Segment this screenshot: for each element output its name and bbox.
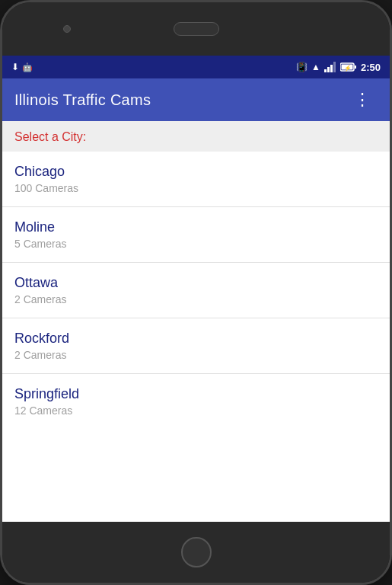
download-icon: ⬇ — [11, 62, 19, 72]
city-list-item[interactable]: Moline5 Cameras — [2, 207, 390, 263]
city-camera-count: 2 Cameras — [14, 349, 378, 361]
status-bar: ⬇ 🤖 📳 ▲ ⚡ 2:50 — [2, 56, 390, 78]
svg-rect-1 — [327, 67, 330, 72]
app-bar: Illinois Traffic Cams ⋮ — [2, 78, 390, 121]
app-title: Illinois Traffic Cams — [14, 91, 348, 109]
overflow-menu-button[interactable]: ⋮ — [348, 85, 378, 114]
bottom-bezel — [2, 522, 390, 583]
city-name: Chicago — [14, 164, 378, 180]
phone-shell: ⬇ 🤖 📳 ▲ ⚡ 2:50 — [0, 0, 392, 585]
android-icon: 🤖 — [22, 62, 33, 72]
home-button[interactable] — [181, 537, 212, 567]
section-header: Select a City: — [2, 121, 390, 152]
battery-icon: ⚡ — [340, 62, 357, 72]
city-name: Ottawa — [14, 275, 378, 291]
city-list-item[interactable]: Chicago100 Cameras — [2, 152, 390, 207]
svg-rect-0 — [324, 69, 327, 72]
status-time: 2:50 — [361, 62, 381, 73]
city-name: Moline — [14, 219, 378, 235]
city-name: Rockford — [14, 331, 378, 347]
section-title: Select a City: — [14, 130, 86, 143]
cities-list: Chicago100 CamerasMoline5 CamerasOttawa2… — [2, 152, 390, 522]
vibrate-icon: 📳 — [296, 62, 308, 72]
city-list-item[interactable]: Ottawa2 Cameras — [2, 263, 390, 318]
city-name: Springfield — [14, 386, 378, 402]
svg-rect-5 — [355, 66, 356, 69]
svg-text:⚡: ⚡ — [344, 64, 352, 72]
content-area: Select a City: Chicago100 CamerasMoline5… — [2, 121, 390, 522]
front-camera — [63, 25, 71, 33]
city-camera-count: 12 Cameras — [14, 404, 378, 417]
status-left-icons: ⬇ 🤖 — [11, 62, 33, 72]
earpiece-speaker — [174, 22, 219, 36]
wifi-icon: ▲ — [311, 62, 320, 72]
svg-rect-3 — [333, 62, 336, 72]
signal-bars-icon — [324, 62, 336, 72]
svg-rect-2 — [330, 65, 333, 72]
city-camera-count: 5 Cameras — [14, 238, 378, 250]
status-right-icons: 📳 ▲ ⚡ 2:50 — [296, 62, 381, 73]
city-list-item[interactable]: Springfield12 Cameras — [2, 374, 390, 429]
top-bezel — [2, 2, 390, 56]
city-camera-count: 100 Cameras — [14, 182, 378, 194]
city-list-item[interactable]: Rockford2 Cameras — [2, 318, 390, 374]
city-camera-count: 2 Cameras — [14, 293, 378, 305]
